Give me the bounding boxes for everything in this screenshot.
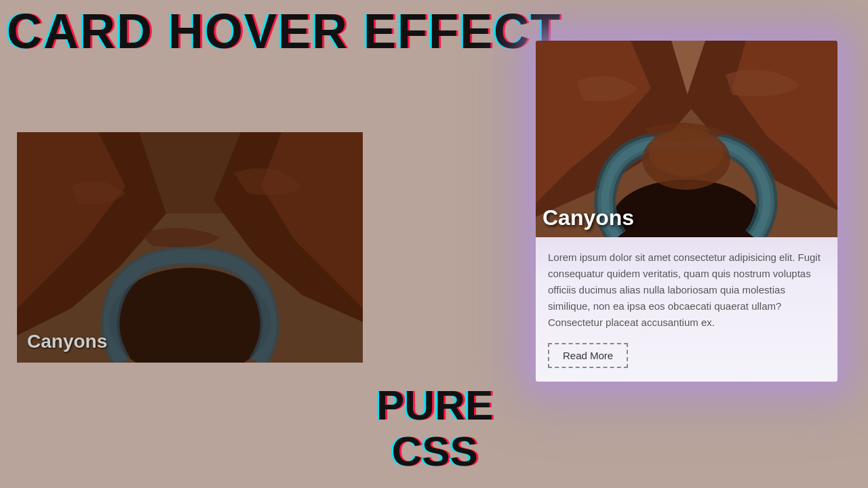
card-right-image-container: Canyons [536, 41, 837, 237]
card-right-body: Lorem ipsum dolor sit amet consectetur a… [536, 237, 837, 382]
read-more-button[interactable]: Read More [548, 343, 628, 368]
card-left-image-container: Canyons [17, 132, 363, 363]
canyon-image-left [17, 132, 363, 363]
pure-css-label: PURE CSS [376, 382, 493, 474]
card-left[interactable]: Canyons [17, 132, 363, 363]
page-title: CARD HOVER EFFECT [7, 7, 561, 56]
card-left-label: Canyons [27, 331, 107, 352]
card-right[interactable]: Canyons Lorem ipsum dolor sit amet conse… [536, 41, 837, 382]
card-right-description: Lorem ipsum dolor sit amet consectetur a… [548, 249, 825, 331]
svg-rect-7 [17, 132, 363, 363]
card-right-title: Canyons [542, 205, 634, 230]
